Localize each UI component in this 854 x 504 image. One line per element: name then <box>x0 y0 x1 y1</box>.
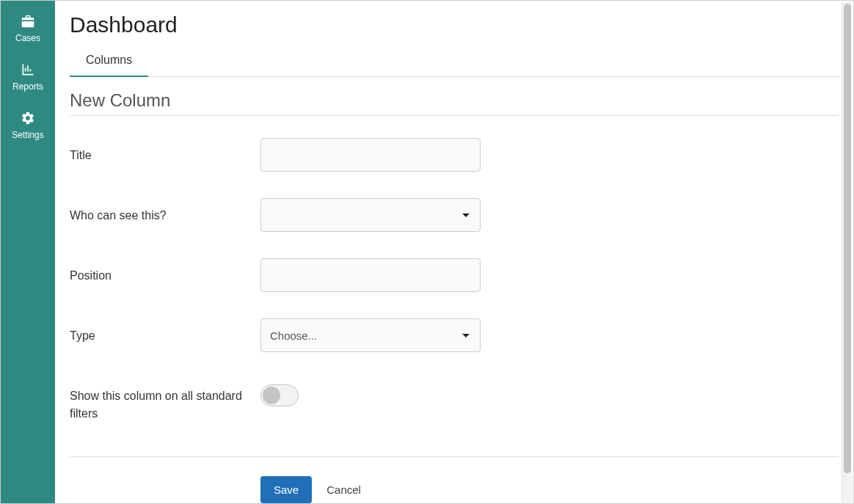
sidebar-item-reports[interactable]: Reports <box>12 62 43 92</box>
tabs: Columns <box>70 46 839 77</box>
toggle-knob <box>263 387 280 404</box>
main-content: Dashboard Columns New Column Title Who c… <box>55 1 853 503</box>
title-input[interactable] <box>260 138 481 172</box>
title-label: Title <box>70 138 260 164</box>
scrollbar-thumb[interactable] <box>844 4 851 473</box>
form-row-show-all: Show this column on all standard filters <box>70 379 839 423</box>
sidebar-item-label: Reports <box>12 81 43 92</box>
sidebar-item-label: Settings <box>12 130 43 140</box>
reports-icon <box>21 62 35 77</box>
type-select[interactable]: Choose... <box>260 318 481 352</box>
save-button[interactable]: Save <box>260 476 312 503</box>
type-label: Type <box>70 318 260 345</box>
position-label: Position <box>70 258 260 285</box>
sidebar-item-label: Cases <box>15 33 40 43</box>
visibility-label: Who can see this? <box>70 198 260 224</box>
form-row-visibility: Who can see this? <box>70 198 839 232</box>
cancel-button[interactable]: Cancel <box>326 483 361 496</box>
form-row-position: Position <box>70 258 839 292</box>
form-row-type: Type Choose... <box>70 318 839 352</box>
sidebar-item-cases[interactable]: Cases <box>15 14 40 43</box>
cases-icon <box>21 14 35 29</box>
position-input[interactable] <box>260 258 481 292</box>
show-all-label: Show this column on all standard filters <box>70 379 260 423</box>
tab-columns[interactable]: Columns <box>70 46 148 77</box>
show-all-toggle[interactable] <box>260 384 299 406</box>
sidebar-item-settings[interactable]: Settings <box>12 111 43 140</box>
scrollbar[interactable] <box>842 2 852 503</box>
form-actions: Save Cancel <box>70 456 839 503</box>
section-title: New Column <box>70 90 839 116</box>
visibility-select[interactable] <box>260 198 481 232</box>
form-row-title: Title <box>70 138 839 172</box>
settings-icon <box>21 111 35 125</box>
page-title: Dashboard <box>70 12 839 37</box>
sidebar: Cases Reports Settings <box>1 1 55 503</box>
